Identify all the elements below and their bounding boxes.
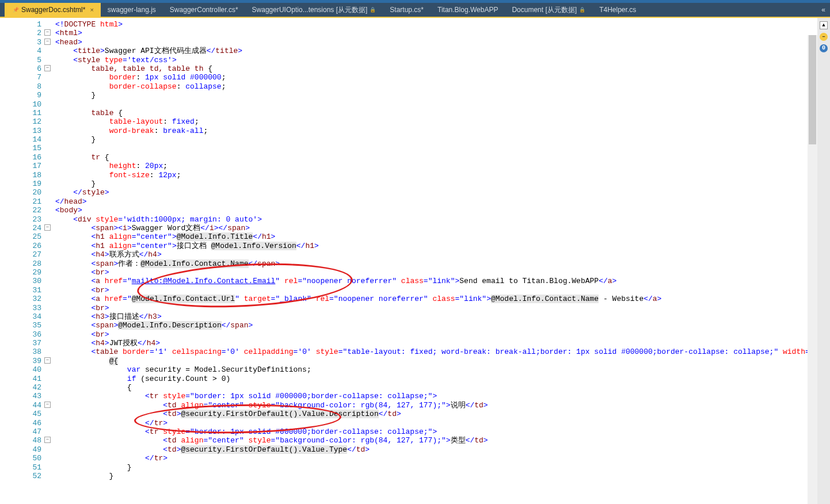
code-line[interactable]: font-size: 12px; (55, 171, 817, 180)
code-line[interactable] (55, 100, 817, 109)
code-line[interactable]: <tr style="border: 1px solid #000000;bor… (55, 427, 817, 436)
code-line[interactable]: table { (55, 109, 817, 117)
line-number: 17 (0, 162, 45, 170)
code-line[interactable] (55, 144, 817, 152)
tab-label: Startup.cs* (390, 6, 424, 14)
line-number: 7 (0, 73, 45, 82)
code-line[interactable]: word-break: break-all; (55, 127, 817, 135)
code-line[interactable]: <h3>接口描述</h3> (55, 312, 817, 321)
code-line[interactable]: <title>Swagger API文档代码生成器</title> (55, 47, 817, 55)
line-number: 33 (0, 304, 45, 312)
code-line[interactable]: } (55, 180, 817, 188)
line-number: 15 (0, 144, 45, 152)
code-line[interactable]: </tr> (55, 454, 817, 463)
line-number: 49 (0, 445, 45, 454)
code-line[interactable]: <tr style="border: 1px solid #000000;bor… (55, 392, 817, 400)
tab-overflow-button[interactable]: « (817, 3, 830, 17)
code-line[interactable]: } (55, 472, 817, 480)
document-tab[interactable]: Document [从元数据]🔒 (505, 3, 592, 17)
code-line[interactable]: height: 20px; (55, 162, 817, 170)
line-number: 44− (0, 401, 45, 410)
code-line[interactable]: } (55, 463, 817, 472)
line-number: 23 (0, 215, 45, 224)
code-line[interactable]: <style type='text/css'> (55, 56, 817, 64)
code-line[interactable]: } (55, 135, 817, 144)
line-number: 51 (0, 463, 45, 472)
code-line[interactable]: <a href="@Model.Info.Contact.Url" target… (55, 295, 817, 303)
code-line[interactable]: <span>@Model.Info.Description</span> (55, 321, 817, 330)
document-tab[interactable]: 📌SwaggerDoc.cshtml*× (5, 3, 101, 17)
code-line[interactable]: table-layout: fixed; (55, 117, 817, 126)
vertical-scrollbar[interactable] (808, 35, 817, 504)
line-number: 45 (0, 410, 45, 418)
rail-badge-info[interactable]: 0 (820, 44, 828, 52)
rail-badge-warning[interactable]: – (820, 33, 828, 41)
code-line[interactable]: </tr> (55, 419, 817, 427)
line-number: 12 (0, 117, 45, 126)
scroll-up-icon[interactable]: ▲ (820, 21, 828, 29)
code-line[interactable]: table, table td, table th { (55, 64, 817, 73)
code-line[interactable]: <h1 align="center">@Model.Info.Title</h1… (55, 232, 817, 241)
code-line[interactable]: <td>@security.FirstOrDefault().Value.Des… (55, 410, 817, 418)
code-line[interactable]: <head> (55, 38, 817, 47)
code-line[interactable]: <a href="mailto:@Model.Info.Contact.Emai… (55, 277, 817, 285)
document-tab[interactable]: Startup.cs* (383, 3, 431, 17)
document-tab[interactable]: SwaggerUIOptio...tensions [从元数据]🔒 (245, 3, 383, 17)
line-number: 30 (0, 277, 45, 285)
code-line[interactable]: <html> (55, 29, 817, 37)
code-line[interactable]: <br> (55, 330, 817, 339)
code-line[interactable]: <br> (55, 304, 817, 312)
line-number: 19 (0, 180, 45, 188)
code-line[interactable]: border-collapse: collapse; (55, 82, 817, 91)
code-line[interactable]: border: 1px solid #000000; (55, 73, 817, 82)
code-line[interactable]: <div style='width:1000px; margin: 0 auto… (55, 215, 817, 224)
line-number: 39− (0, 357, 45, 365)
vertical-scrollbar-thumb[interactable] (809, 35, 816, 144)
code-line[interactable]: var security = Model.SecurityDefinitions… (55, 365, 817, 374)
line-number: 48− (0, 436, 45, 445)
code-line[interactable]: </head> (55, 197, 817, 206)
document-tab[interactable]: Titan.Blog.WebAPP (431, 3, 505, 17)
right-info-rail: ▲ – 0 (817, 18, 830, 504)
line-number: 22 (0, 206, 45, 215)
code-line[interactable]: if (security.Count > 0) (55, 375, 817, 383)
code-line[interactable]: tr { (55, 153, 817, 162)
tab-label: T4Helper.cs (599, 6, 636, 14)
line-number: 11 (0, 109, 45, 117)
line-number: 6− (0, 64, 45, 73)
document-tab[interactable]: swagger-lang.js (101, 3, 163, 17)
code-editor[interactable]: <!DOCTYPE html><html><head> <title>Swagg… (45, 18, 817, 504)
lock-icon: 🔒 (579, 7, 585, 13)
code-line[interactable]: <td>@security.FirstOrDefault().Value.Typ… (55, 445, 817, 454)
close-icon[interactable]: × (90, 6, 93, 13)
code-line[interactable]: <td align="center" style="background-col… (55, 401, 817, 410)
document-tab[interactable]: T4Helper.cs (592, 3, 643, 17)
document-tab[interactable]: SwaggerController.cs* (163, 3, 245, 17)
code-line[interactable]: <!DOCTYPE html> (55, 20, 817, 29)
line-number: 13 (0, 127, 45, 135)
code-line[interactable]: <td align="center" style="background-col… (55, 436, 817, 445)
line-number: 4 (0, 47, 45, 55)
code-line[interactable]: <table border='1' cellspacing='0' cellpa… (55, 348, 817, 356)
code-line[interactable]: <body> (55, 206, 817, 215)
line-number: 24− (0, 224, 45, 232)
code-line[interactable]: <h1 align="center">接口文档 @Model.Info.Vers… (55, 242, 817, 250)
lock-icon: 🔒 (370, 7, 376, 13)
code-line[interactable]: <span>作者：@Model.Info.Contact.Name</span> (55, 259, 817, 268)
code-line[interactable]: { (55, 383, 817, 392)
code-line[interactable]: @{ (55, 357, 817, 365)
editor-area: 12−3−456−7891011121314151617181920212223… (0, 18, 830, 504)
code-line[interactable]: <span><i>Swagger Word文档</i></span> (55, 224, 817, 232)
line-number: 20 (0, 188, 45, 197)
line-number: 14 (0, 135, 45, 144)
code-line[interactable]: <h4>联系方式</h4> (55, 250, 817, 259)
line-number: 1 (0, 20, 45, 29)
line-number: 34 (0, 312, 45, 321)
code-line[interactable]: <br> (55, 268, 817, 277)
code-line[interactable]: <h4>JWT授权</h4> (55, 339, 817, 348)
tab-label: SwaggerController.cs* (170, 6, 238, 14)
tab-label: Titan.Blog.WebAPP (437, 6, 498, 14)
code-line[interactable]: </style> (55, 188, 817, 197)
code-line[interactable]: <br> (55, 286, 817, 295)
code-line[interactable]: } (55, 91, 817, 100)
